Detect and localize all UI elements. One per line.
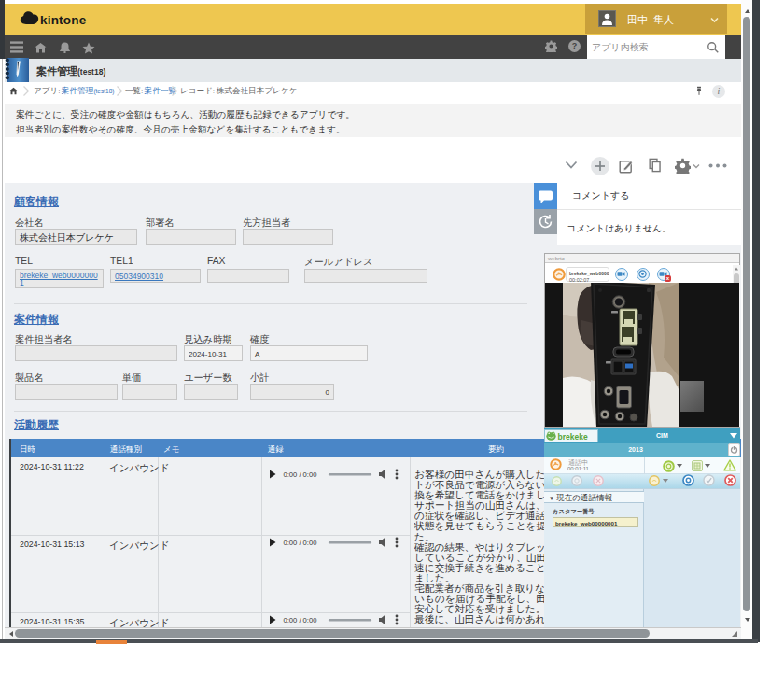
svg-text:kintone: kintone [40, 13, 87, 27]
svg-text:0:00 / 0:00: 0:00 / 0:00 [284, 616, 317, 624]
svg-text:brekeke: brekeke [558, 432, 588, 442]
svg-text:0:00 / 0:00: 0:00 / 0:00 [284, 539, 317, 547]
svg-text:0:00 / 0:00: 0:00 / 0:00 [284, 470, 317, 479]
